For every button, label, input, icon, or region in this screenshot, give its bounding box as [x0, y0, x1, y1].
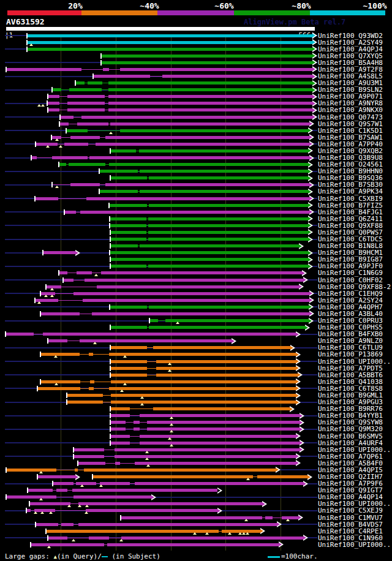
- alignment-bar[interactable]: [115, 462, 120, 465]
- alignment-bar[interactable]: [76, 81, 85, 85]
- uniref-label[interactable]: UniRef100_A7PDT5: [318, 365, 383, 372]
- alignment-bar[interactable]: [67, 108, 105, 111]
- alignment-bar[interactable]: [109, 163, 308, 166]
- alignment-bar[interactable]: [111, 238, 146, 241]
- alignment-bar[interactable]: [52, 156, 88, 159]
- alignment-bar[interactable]: [72, 489, 217, 492]
- alignment-bar[interactable]: [94, 75, 150, 78]
- alignment-bar[interactable]: [89, 353, 93, 356]
- alignment-bar[interactable]: [80, 211, 309, 214]
- alignment-bar[interactable]: [110, 251, 308, 254]
- alignment-bar[interactable]: [36, 197, 58, 200]
- uniref-label[interactable]: UniRef100_Q9S7W1: [318, 121, 383, 127]
- alignment-bar[interactable]: [48, 102, 59, 105]
- alignment-bar[interactable]: [111, 374, 147, 377]
- alignment-bar[interactable]: [149, 176, 308, 179]
- uniref-label[interactable]: UniRef100_Q07473: [318, 114, 383, 121]
- alignment-bar[interactable]: [74, 495, 151, 499]
- alignment-bar[interactable]: [115, 455, 296, 458]
- alignment-bar[interactable]: [108, 102, 312, 105]
- alignment-bar[interactable]: [7, 495, 56, 499]
- alignment-bar[interactable]: [88, 81, 102, 85]
- alignment-bar[interactable]: [86, 197, 309, 200]
- alignment-bar[interactable]: [111, 380, 296, 383]
- alignment-bar[interactable]: [111, 346, 147, 349]
- alignment-bar[interactable]: [78, 523, 277, 526]
- alignment-bar[interactable]: [121, 537, 303, 540]
- alignment-bar[interactable]: [108, 108, 312, 111]
- alignment-bar[interactable]: [93, 475, 253, 478]
- alignment-bar[interactable]: [28, 34, 312, 37]
- alignment-bar[interactable]: [69, 163, 105, 166]
- alignment-bar[interactable]: [101, 271, 302, 274]
- alignment-bar[interactable]: [110, 224, 146, 227]
- uniref-label[interactable]: UniRef100_P13869: [318, 351, 383, 358]
- uniref-label[interactable]: UniRef100_C0HF02: [318, 277, 383, 284]
- alignment-bar[interactable]: [110, 217, 146, 220]
- alignment-bar[interactable]: [38, 387, 80, 390]
- alignment-bar[interactable]: [61, 523, 74, 526]
- alignment-bar[interactable]: [140, 435, 296, 438]
- alignment-bar[interactable]: [90, 380, 94, 383]
- uniref-label[interactable]: UniRef100_Q9XF88-2: [318, 284, 391, 290]
- alignment-bar[interactable]: [111, 435, 130, 438]
- alignment-bar[interactable]: [111, 265, 146, 268]
- uniref-label[interactable]: UniRef100_C5XEJ9: [318, 507, 383, 514]
- alignment-bar[interactable]: [53, 482, 74, 485]
- alignment-bar[interactable]: [156, 367, 296, 370]
- alignment-bar[interactable]: [28, 41, 312, 44]
- alignment-bar[interactable]: [65, 211, 76, 214]
- alignment-bar[interactable]: [111, 258, 308, 261]
- alignment-bar[interactable]: [97, 285, 299, 288]
- alignment-bar[interactable]: [115, 448, 300, 451]
- alignment-bar[interactable]: [121, 516, 262, 519]
- uniref-label[interactable]: UniRef100_A9PK34: [318, 188, 383, 195]
- alignment-bar[interactable]: [134, 427, 140, 431]
- alignment-bar[interactable]: [7, 469, 56, 472]
- alignment-bar[interactable]: [67, 401, 103, 404]
- alignment-bar[interactable]: [109, 387, 296, 390]
- alignment-bar[interactable]: [70, 183, 100, 186]
- alignment-bar[interactable]: [111, 244, 138, 247]
- alignment-bar[interactable]: [150, 319, 158, 322]
- alignment-bar[interactable]: [28, 48, 312, 51]
- alignment-bar[interactable]: [77, 271, 92, 274]
- alignment-bar[interactable]: [78, 502, 262, 505]
- alignment-bar[interactable]: [47, 285, 61, 288]
- uniref-label[interactable]: UniRef100_B7FIZ5: [318, 202, 383, 209]
- alignment-bar[interactable]: [105, 136, 309, 139]
- alignment-bar[interactable]: [107, 543, 279, 546]
- alignment-bar[interactable]: [111, 231, 146, 234]
- alignment-bar[interactable]: [43, 251, 75, 254]
- alignment-bar[interactable]: [110, 204, 147, 207]
- alignment-bar[interactable]: [111, 427, 126, 431]
- alignment-bar[interactable]: [102, 61, 312, 64]
- alignment-bar[interactable]: [153, 407, 290, 410]
- alignment-bar[interactable]: [148, 224, 308, 227]
- alignment-bar[interactable]: [74, 455, 104, 458]
- alignment-bar[interactable]: [30, 502, 70, 505]
- alignment-bar[interactable]: [59, 163, 66, 166]
- uniref-label[interactable]: UniRef100_UPI000..: [318, 358, 391, 365]
- alignment-bar[interactable]: [28, 489, 53, 492]
- alignment-bar[interactable]: [103, 68, 109, 71]
- alignment-bar[interactable]: [149, 204, 308, 207]
- uniref-label[interactable]: UniRef100_B4VDS7: [318, 521, 383, 528]
- alignment-bar[interactable]: [92, 312, 309, 315]
- alignment-bar[interactable]: [108, 88, 312, 91]
- alignment-bar[interactable]: [64, 279, 74, 282]
- alignment-bar[interactable]: [74, 292, 309, 295]
- alignment-bar[interactable]: [70, 136, 100, 139]
- alignment-bar[interactable]: [77, 122, 108, 126]
- alignment-bar[interactable]: [257, 475, 307, 478]
- uniref-label[interactable]: UniRef100_A4URF4: [318, 440, 383, 446]
- alignment-bar[interactable]: [108, 95, 312, 98]
- alignment-bar[interactable]: [59, 271, 67, 274]
- alignment-bar[interactable]: [48, 537, 67, 540]
- alignment-bar[interactable]: [69, 88, 102, 91]
- alignment-bar[interactable]: [78, 462, 105, 465]
- alignment-bar[interactable]: [48, 95, 59, 98]
- uniref-label[interactable]: UniRef100_C5XBI9: [318, 195, 383, 202]
- alignment-bar[interactable]: [111, 407, 130, 410]
- alignment-bar[interactable]: [81, 116, 312, 119]
